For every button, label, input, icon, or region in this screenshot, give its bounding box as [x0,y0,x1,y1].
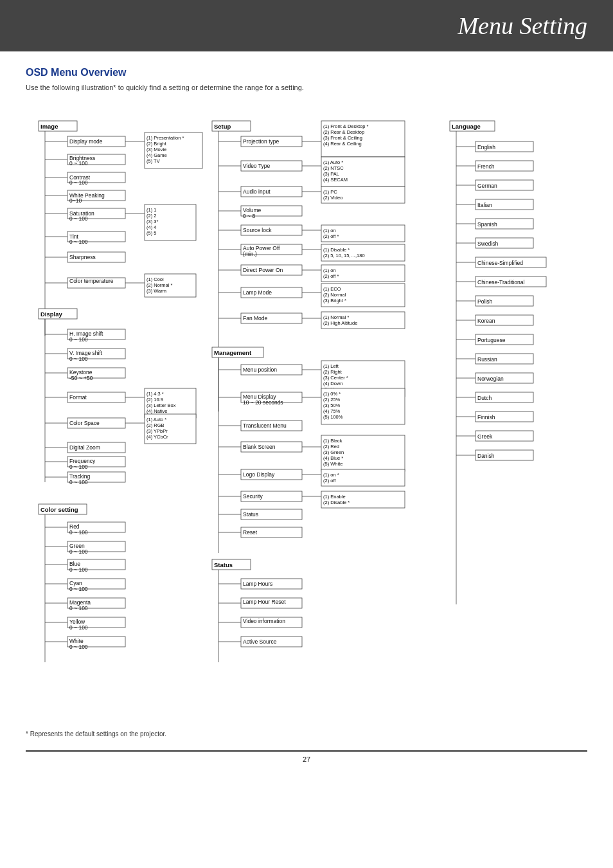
svg-text:0 ~ 100: 0 ~ 100 [69,586,88,592]
svg-text:(1) Auto *: (1) Auto * [147,417,166,422]
svg-text:Chinese-Simplified: Chinese-Simplified [477,260,523,266]
svg-text:(1) Enable: (1) Enable [323,494,346,500]
svg-text:Sharpness: Sharpness [69,254,96,260]
svg-text:0 ~ 100: 0 ~ 100 [69,160,88,167]
svg-text:(3) 50%: (3) 50% [323,402,341,408]
svg-text:(2) off: (2) off [323,478,336,484]
svg-text:(4) Down: (4) Down [323,381,342,386]
svg-text:German: German [477,183,497,189]
svg-text:(2) Disable *: (2) Disable * [323,500,350,505]
svg-text:(1) Disable *: (1) Disable * [323,247,350,253]
svg-text:(2) Video: (2) Video [323,195,342,201]
svg-text:Greek: Greek [477,433,493,440]
svg-text:Audio input: Audio input [243,188,271,195]
header-title: Menu Setting [458,12,587,40]
svg-text:(4) YCbCr: (4) YCbCr [147,434,168,440]
svg-text:(4) Native: (4) Native [147,408,168,414]
svg-text:(4) Game: (4) Game [147,152,167,158]
svg-text:(3) Center *: (3) Center * [323,375,348,381]
svg-text:-50 ~ +50: -50 ~ +50 [69,375,93,381]
svg-text:(3) Bright *: (3) Bright * [323,298,346,303]
svg-text:0 ~ 100: 0 ~ 100 [69,644,88,650]
svg-text:Lamp Mode: Lamp Mode [243,289,272,296]
svg-text:(1) Black: (1) Black [323,438,342,444]
svg-text:(2) 25%: (2) 25% [323,397,341,402]
svg-text:(2) Normal: (2) Normal [323,292,346,298]
svg-text:(1) on: (1) on [323,267,336,273]
svg-text:Image: Image [40,123,58,130]
svg-text:(2) 16:9: (2) 16:9 [147,397,163,402]
svg-text:(1) 1: (1) 1 [147,207,156,213]
svg-text:0 ~ 100: 0 ~ 100 [69,605,88,611]
svg-text:Video Type: Video Type [243,163,270,169]
svg-text:Chinese-Traditional: Chinese-Traditional [477,279,524,285]
svg-text:(3) YPbPr: (3) YPbPr [147,428,168,434]
svg-text:0 ~ 100: 0 ~ 100 [69,356,88,362]
svg-text:(4) SECAM: (4) SECAM [323,177,348,183]
svg-text:(1) Left: (1) Left [323,363,339,369]
svg-text:(3) Letter Box: (3) Letter Box [147,402,176,408]
svg-text:Lamp Hour Reset: Lamp Hour Reset [243,599,286,605]
svg-text:(1) Cool: (1) Cool [147,276,164,282]
svg-text:(5) White: (5) White [323,461,342,467]
svg-text:French: French [477,163,495,170]
svg-text:Reset: Reset [243,529,258,536]
svg-text:(5) 5: (5) 5 [147,230,156,236]
svg-text:(1) Presentation *: (1) Presentation * [147,135,184,141]
svg-text:(3) Green: (3) Green [323,449,344,455]
page-number: 27 [26,750,587,763]
svg-text:Security: Security [243,493,263,500]
section-title: OSD Menu Overview [26,67,587,78]
svg-text:0 ~ 100: 0 ~ 100 [69,464,88,470]
svg-text:0~10: 0~10 [69,197,82,204]
svg-text:(1) 4:3 *: (1) 4:3 * [147,391,164,397]
svg-text:0 ~ 8: 0 ~ 8 [243,213,255,219]
svg-text:(1) Front & Desktop *: (1) Front & Desktop * [323,123,369,129]
svg-text:(4) Blue *: (4) Blue * [323,455,343,461]
svg-text:(4) 4: (4) 4 [147,224,156,230]
svg-text:0 ~ 100: 0 ~ 100 [69,624,88,631]
svg-text:0 ~ 100: 0 ~ 100 [69,239,88,245]
svg-text:Korean: Korean [477,318,495,324]
svg-text:Logo Display: Logo Display [243,471,275,478]
svg-text:Management: Management [214,349,252,356]
svg-text:Blank Screen: Blank Screen [243,444,276,450]
svg-text:Italian: Italian [477,202,492,208]
svg-text:(2) Rear & Desktop: (2) Rear & Desktop [323,129,364,135]
svg-text:(2) Right: (2) Right [323,369,342,375]
svg-text:0 ~ 100: 0 ~ 100 [69,566,88,573]
svg-text:(2) High Altitude: (2) High Altitude [323,320,357,326]
svg-text:Finnish: Finnish [477,414,495,420]
svg-text:(3) Front & Ceiling: (3) Front & Ceiling [323,135,362,141]
svg-text:Dutch: Dutch [477,395,492,401]
svg-text:Source lock: Source lock [243,227,272,233]
svg-text:(3) PAL: (3) PAL [323,171,339,177]
svg-text:Menu position: Menu position [243,366,277,373]
svg-text:(1) on *: (1) on * [323,472,339,478]
svg-text:(2) off *: (2) off * [323,273,339,279]
svg-text:Color temperature: Color temperature [69,278,114,284]
svg-text:(5) 100%: (5) 100% [323,414,343,420]
svg-text:0 ~ 100: 0 ~ 100 [69,529,88,536]
svg-text:0 ~ 100: 0 ~ 100 [69,548,88,555]
svg-text:Norwegian: Norwegian [477,375,504,382]
svg-text:Fan Mode: Fan Mode [243,315,268,321]
svg-text:0 ~ 100: 0 ~ 100 [69,479,88,485]
svg-text:0 ~ 100: 0 ~ 100 [69,336,88,343]
svg-text:Color Space: Color Space [69,420,100,426]
svg-text:Translucent Menu: Translucent Menu [243,422,287,429]
svg-text:Status: Status [214,561,233,568]
svg-text:Spanish: Spanish [477,221,497,228]
svg-text:Direct Power On: Direct Power On [243,267,283,273]
svg-text:10 ~ 20 seconds: 10 ~ 20 seconds [243,399,283,406]
svg-text:(5) TV: (5) TV [147,158,160,164]
svg-text:(1) Normal *: (1) Normal * [323,314,350,320]
svg-text:Danish: Danish [477,453,495,459]
svg-text:Active Source: Active Source [243,638,277,645]
svg-text:(1) ECO: (1) ECO [323,286,341,292]
svg-text:(4) 75%: (4) 75% [323,408,341,414]
svg-text:(2) Normal *: (2) Normal * [147,282,173,288]
svg-text:Language: Language [452,123,481,130]
svg-text:Video information: Video information [243,618,285,624]
diagram-svg: .box-rect { fill: white; stroke: #444; s… [26,103,591,720]
